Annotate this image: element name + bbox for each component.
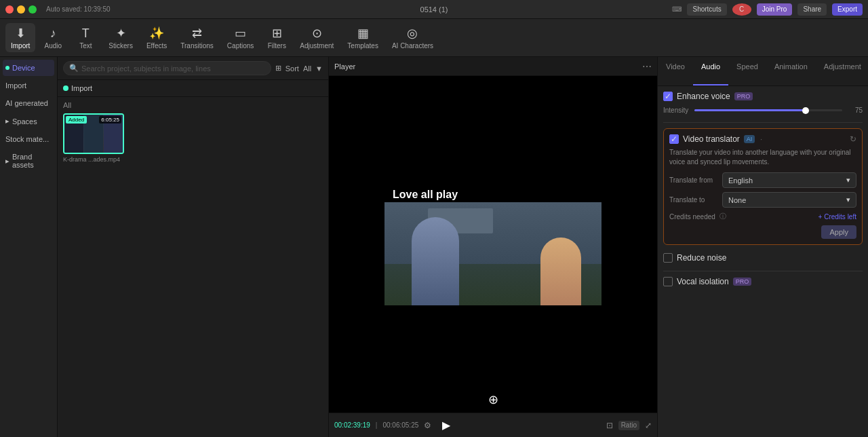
crop-icon[interactable]: ⊡ xyxy=(606,421,613,430)
top-toolbar: ⬇ Import ♪ Audio T Text ✦ Stickers ✨ Eff… xyxy=(0,19,868,57)
pro-badge: PRO xyxy=(734,92,753,100)
translator-checkbox[interactable]: ✓ xyxy=(669,134,679,144)
right-panel: Video Audio Speed Animation Adjustment A… xyxy=(658,57,868,437)
tab-speed[interactable]: Speed xyxy=(728,57,766,86)
sidebar-item-label: Import xyxy=(5,81,26,90)
target-cursor-icon: ⊕ xyxy=(488,392,498,407)
traffic-lights xyxy=(5,5,37,14)
refresh-icon[interactable]: ↻ xyxy=(850,134,856,144)
reduce-noise-label: Reduce noise xyxy=(677,253,726,263)
enhance-voice-checkbox[interactable]: ✓ xyxy=(663,92,673,101)
toolbar-text[interactable]: T Text xyxy=(71,24,100,52)
toolbar-effects[interactable]: ✨ Effects xyxy=(141,23,172,52)
preview-video: Love all play ⊕ xyxy=(329,76,657,413)
media-grid: Added 6:05:25 K-drama ...ades.mp4 xyxy=(63,113,323,163)
export-button[interactable]: Export xyxy=(832,3,863,16)
list-item[interactable]: Added 6:05:25 K-drama ...ades.mp4 xyxy=(63,113,124,163)
transitions-icon: ⇄ xyxy=(192,26,202,41)
preview-more-icon[interactable]: ⋯ xyxy=(642,61,652,72)
toolbar-import[interactable]: ⬇ Import xyxy=(5,23,35,52)
translate-from-value: English xyxy=(728,176,753,185)
added-badge: Added xyxy=(66,116,87,124)
translate-from-select[interactable]: English ▾ xyxy=(722,172,856,188)
translate-from-label: Translate from xyxy=(669,176,718,184)
play-button[interactable]: ▶ xyxy=(442,419,450,432)
translator-label: Video translator xyxy=(683,134,740,144)
shortcuts-button[interactable]: Shortcuts xyxy=(687,3,726,16)
tab-audio[interactable]: Audio xyxy=(693,57,728,86)
vocal-isolation-checkbox[interactable] xyxy=(663,277,673,286)
media-panel-header: 🔍 Search project, subjects in image, lin… xyxy=(58,57,328,80)
media-panel: 🔍 Search project, subjects in image, lin… xyxy=(58,57,329,437)
audio-icon: ♪ xyxy=(50,26,56,41)
slider-thumb[interactable] xyxy=(802,107,809,114)
media-import-bar: Import xyxy=(58,80,328,97)
sidebar-item-label: Spaces xyxy=(12,117,37,126)
maximize-button[interactable] xyxy=(28,5,37,14)
chevron-down-icon: ▾ xyxy=(846,195,850,204)
preview-header: Player ⋯ xyxy=(329,57,657,76)
toolbar-templates[interactable]: ▦ Templates xyxy=(342,23,384,52)
stickers-icon: ✦ xyxy=(116,26,126,41)
left-panel: Device Import AI generated ▸ Spaces Stoc… xyxy=(0,57,58,437)
fullscreen-icon[interactable]: ⤢ xyxy=(645,421,652,430)
toolbar-ai-characters[interactable]: ◎ AI Characters xyxy=(387,23,439,52)
apply-button[interactable]: Apply xyxy=(821,225,856,239)
settings-icon[interactable]: ⚙ xyxy=(424,421,431,430)
divider-1 xyxy=(663,122,863,123)
minimize-button[interactable] xyxy=(17,5,25,14)
ratio-button[interactable]: Ratio xyxy=(618,421,639,430)
filters-icon: ⊞ xyxy=(272,26,282,41)
total-time: 00:06:05:25 xyxy=(382,421,418,429)
intensity-label: Intensity xyxy=(663,107,690,114)
search-box[interactable]: 🔍 Search project, subjects in image, lin… xyxy=(63,61,271,75)
vocal-pro-badge: PRO xyxy=(733,278,752,286)
intensity-slider[interactable] xyxy=(694,109,842,111)
tab-video[interactable]: Video xyxy=(658,57,693,86)
add-credits-button[interactable]: + Credits left xyxy=(818,213,856,221)
translator-header: ✓ Video translator AI · ↻ xyxy=(669,134,856,144)
toolbar-adjustment[interactable]: ⊙ Adjustment xyxy=(294,23,339,52)
preview-right-icons: ⊡ Ratio ⤢ xyxy=(606,421,652,430)
vocal-isolation-section: Vocal isolation PRO xyxy=(663,277,863,286)
close-button[interactable] xyxy=(5,5,14,14)
import-button[interactable]: Import xyxy=(63,84,92,92)
titlebar-right: ⌨ Shortcuts C Join Pro Share Export xyxy=(672,3,863,16)
chevron-right-icon: ▸ xyxy=(5,157,9,166)
toolbar-transitions[interactable]: ⇄ Transitions xyxy=(175,23,219,52)
filter-icon[interactable]: ▼ xyxy=(315,64,323,73)
sidebar-item-label: Device xyxy=(12,64,35,72)
toolbar-filters[interactable]: ⊞ Filters xyxy=(262,23,292,52)
import-icon: ⬇ xyxy=(16,26,26,41)
sort-button[interactable]: Sort xyxy=(285,64,299,73)
tab-adjustment[interactable]: Adjustment xyxy=(816,57,868,86)
grid-view-icon[interactable]: ⊞ xyxy=(275,64,281,73)
translator-description: Translate your video into another langua… xyxy=(669,148,856,167)
reduce-noise-checkbox[interactable] xyxy=(663,253,673,263)
translate-to-select[interactable]: None ▾ xyxy=(722,192,856,208)
toolbar-audio[interactable]: ♪ Audio xyxy=(38,24,68,52)
slider-fill xyxy=(694,109,806,111)
sidebar-item-label: Brand assets xyxy=(12,153,52,169)
join-pro-button[interactable]: Join Pro xyxy=(757,3,793,16)
tab-animation[interactable]: Animation xyxy=(766,57,816,86)
toolbar-captions[interactable]: ▭ Captions xyxy=(222,23,259,52)
captions-icon: ▭ xyxy=(235,26,246,41)
sidebar-item-stock-mate[interactable]: Stock mate... xyxy=(3,131,54,147)
share-button[interactable]: Share xyxy=(797,3,827,16)
media-thumbnail: Added 6:05:25 xyxy=(63,113,124,154)
sidebar-item-brand-assets[interactable]: ▸ Brand assets xyxy=(3,149,54,173)
sidebar-item-ai-generated[interactable]: AI generated xyxy=(3,95,54,111)
account-avatar[interactable]: C xyxy=(732,3,751,16)
sidebar-item-import[interactable]: Import xyxy=(3,77,54,94)
translate-to-value: None xyxy=(728,196,746,204)
sidebar-item-device[interactable]: Device xyxy=(3,60,54,76)
media-content: All Added 6:05:25 xyxy=(58,97,328,437)
enhance-voice-header: ✓ Enhance voice PRO xyxy=(663,92,863,101)
video-translator-section: ✓ Video translator AI · ↻ Translate your… xyxy=(663,128,863,245)
toolbar-stickers[interactable]: ✦ Stickers xyxy=(103,23,138,52)
vocal-isolation-label: Vocal isolation xyxy=(677,277,729,286)
all-filter-button[interactable]: All xyxy=(303,64,311,73)
enhance-voice-label: Enhance voice xyxy=(677,92,730,101)
sidebar-item-spaces[interactable]: ▸ Spaces xyxy=(3,113,54,130)
